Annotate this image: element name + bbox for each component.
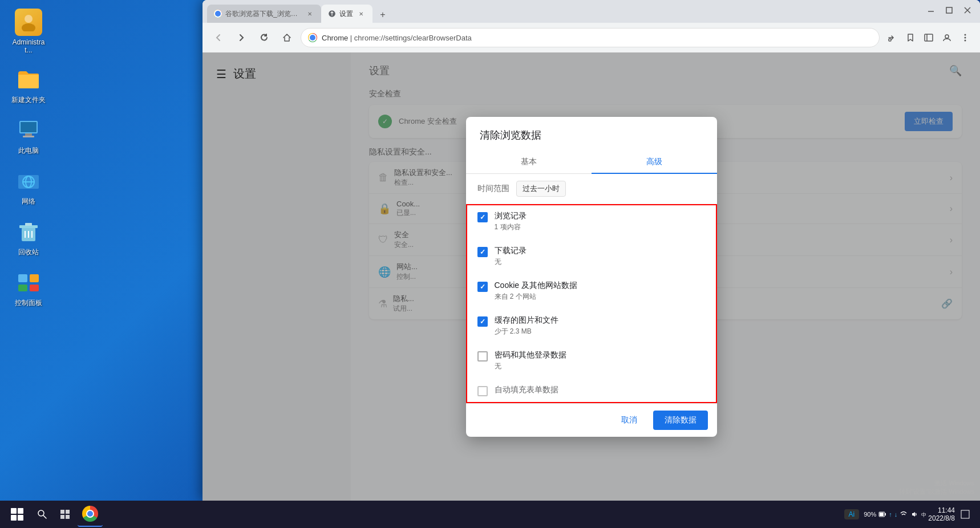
taskbar-search-icon: [37, 509, 47, 519]
ime-icon: 中: [920, 510, 928, 518]
checkbox-container: ✓ 浏览记录 1 项内容 ✓: [466, 204, 717, 403]
tab-2[interactable]: 设置 ✕: [321, 5, 372, 23]
svg-rect-25: [889, 39, 891, 41]
svg-point-31: [965, 40, 966, 42]
passwords-sublabel: 无: [495, 362, 706, 371]
checkbox-cookies[interactable]: ✓ Cookie 及其他网站数据 来自 2 个网站: [466, 274, 717, 308]
svg-rect-19: [30, 285, 39, 291]
bookmark-button[interactable]: [902, 30, 918, 46]
menu-button[interactable]: [957, 30, 973, 46]
title-bar: 谷歌浏览器下载_浏览器官网入口 ✕ 设置 ✕ +: [203, 0, 980, 23]
desktop-icon-computer[interactable]: 此电脑: [6, 113, 51, 159]
svg-rect-26: [925, 34, 933, 41]
computer-icon: [17, 120, 40, 140]
computer-icon-label: 此电脑: [18, 146, 39, 156]
start-button[interactable]: [5, 502, 30, 527]
download-history-checkbox[interactable]: ✓: [477, 247, 488, 257]
time-range-bar: 时间范围 过去一小时: [466, 174, 717, 204]
tab-basic[interactable]: 基本: [466, 151, 592, 174]
notification-button[interactable]: [955, 504, 975, 525]
back-button[interactable]: [209, 29, 228, 47]
time-range-select[interactable]: 过去一小时: [516, 181, 566, 197]
taskbar-search-button[interactable]: [32, 504, 52, 525]
browser-window: 谷歌浏览器下载_浏览器官网入口 ✕ 设置 ✕ +: [203, 0, 980, 501]
svg-rect-34: [60, 510, 64, 514]
passwords-checkbox[interactable]: [477, 351, 488, 362]
desktop: Administrat... 新建文件夹 此电脑: [0, 0, 980, 528]
cached-files-sublabel: 少于 2.3 MB: [495, 327, 706, 336]
admin-icon-label: Administrat...: [9, 38, 48, 54]
svg-point-1: [22, 23, 35, 31]
browsing-history-checkbox[interactable]: ✓: [477, 212, 488, 222]
tab2-close[interactable]: ✕: [357, 9, 366, 18]
url-favicon: [308, 33, 317, 42]
autofill-checkbox[interactable]: [477, 386, 488, 396]
dialog-title: 清除浏览数据: [466, 117, 717, 142]
checkbox-autofill[interactable]: 自动填充表单数据: [466, 378, 717, 403]
cookies-checkbox[interactable]: ✓: [477, 282, 488, 292]
svg-rect-18: [18, 285, 27, 291]
close-button[interactable]: [959, 2, 975, 18]
tab-sidebar-icon: [924, 33, 933, 42]
clock-date: 2022/8/8: [928, 514, 955, 522]
desktop-icon-network[interactable]: 网络: [6, 164, 51, 209]
reload-icon: [259, 33, 269, 43]
desktop-icon-admin[interactable]: Administrat...: [6, 6, 51, 57]
checkbox-download-history[interactable]: ✓ 下载记录 无: [466, 239, 717, 274]
taskbar-apps-button[interactable]: [55, 504, 75, 525]
cached-files-checkbox[interactable]: ✓: [477, 316, 488, 327]
tab-sidebar-button[interactable]: [921, 30, 937, 46]
speaker-icon: [910, 510, 918, 518]
tab1-close[interactable]: ✕: [305, 9, 314, 18]
folder-icon: [17, 69, 40, 90]
forward-icon: [236, 33, 246, 43]
restore-button[interactable]: [941, 2, 957, 18]
reload-button[interactable]: [255, 29, 273, 47]
taskbar-chrome-button[interactable]: [78, 502, 103, 527]
clear-browser-data-dialog: 清除浏览数据 基本 高级 时间范围 过去一小时: [466, 117, 717, 437]
window-controls: [923, 2, 975, 23]
forward-button[interactable]: [232, 29, 250, 47]
minimize-button[interactable]: [923, 2, 939, 18]
url-path: chrome://settings/clearBrowserData: [354, 34, 472, 42]
share-button[interactable]: [884, 30, 900, 46]
clear-data-button[interactable]: 清除数据: [653, 411, 708, 430]
dialog-overlay: 清除浏览数据 基本 高级 时间范围 过去一小时: [203, 52, 980, 501]
svg-rect-22: [946, 7, 952, 13]
desktop-icons: Administrat... 新建文件夹 此电脑: [6, 6, 51, 311]
new-tab-button[interactable]: +: [375, 7, 391, 23]
profile-icon: [942, 33, 951, 42]
svg-text:中: 中: [921, 512, 926, 518]
dialog-body: 时间范围 过去一小时 ✓: [466, 174, 717, 403]
taskbar-clock[interactable]: 11:44 2022/8/8: [928, 506, 955, 522]
desktop-icon-recycle[interactable]: 回收站: [6, 215, 51, 260]
tab-advanced[interactable]: 高级: [592, 151, 717, 174]
control-panel-icon: [17, 272, 40, 293]
checkbox-cached-files[interactable]: ✓ 缓存的图片和文件 少于 2.3 MB: [466, 308, 717, 343]
tab1-title: 谷歌浏览器下载_浏览器官网入口: [225, 9, 302, 19]
ai-button[interactable]: Ai: [844, 509, 860, 519]
dialog-tabs: 基本 高级: [466, 151, 717, 174]
system-tray: 90% ↑ ↓ 中: [864, 510, 928, 518]
person-icon: [19, 13, 38, 31]
windows-logo: [11, 508, 23, 521]
desktop-icon-folder[interactable]: 新建文件夹: [6, 63, 51, 108]
checkbox-browsing-history[interactable]: ✓ 浏览记录 1 项内容: [466, 204, 717, 239]
desktop-icon-control[interactable]: 控制面板: [6, 266, 51, 311]
svg-rect-35: [66, 510, 70, 514]
svg-rect-36: [60, 515, 64, 519]
tab-1[interactable]: 谷歌浏览器下载_浏览器官网入口 ✕: [207, 5, 321, 23]
home-icon: [282, 33, 292, 43]
svg-rect-37: [66, 515, 70, 519]
time-range-label: 时间范围: [477, 184, 509, 194]
address-actions: [884, 30, 973, 46]
address-bar: Chrome | chrome://settings/clearBrowserD…: [203, 23, 980, 52]
browsing-history-label: 浏览记录: [495, 211, 706, 221]
tab2-favicon: [328, 10, 336, 18]
profile-button[interactable]: [939, 30, 955, 46]
cancel-button[interactable]: 取消: [610, 411, 649, 430]
url-bar[interactable]: Chrome | chrome://settings/clearBrowserD…: [301, 28, 880, 47]
taskbar-chrome-icon: [82, 506, 98, 522]
checkbox-passwords[interactable]: 密码和其他登录数据 无: [466, 343, 717, 378]
home-button[interactable]: [278, 29, 296, 47]
